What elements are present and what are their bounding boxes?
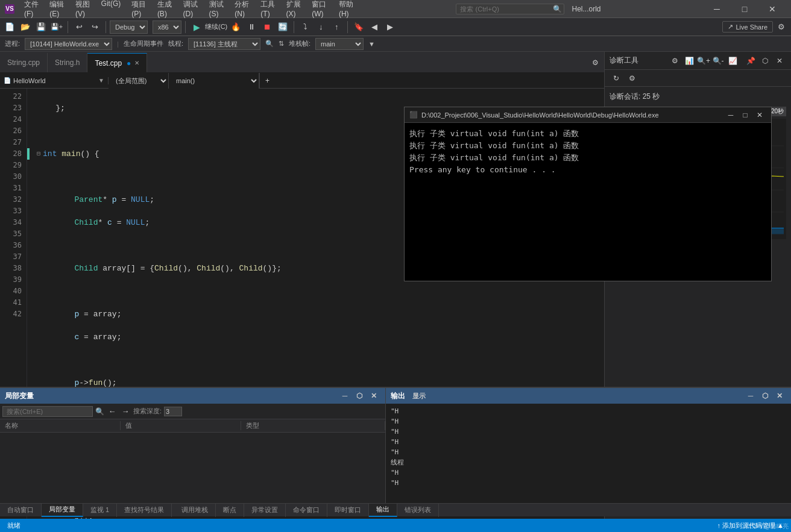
bookmark-button[interactable]: 🔖 <box>351 20 366 34</box>
console-close-button[interactable]: ✕ <box>753 108 766 122</box>
menu-debug[interactable]: 调试(D) <box>178 0 203 19</box>
menu-test[interactable]: 测试(S) <box>204 0 229 19</box>
output-header: 输出 显示 ─ ⬡ ✕ <box>386 388 791 404</box>
console-max-button[interactable]: □ <box>739 108 752 122</box>
menu-file[interactable]: 文件(F) <box>19 0 43 19</box>
output-pin-button[interactable]: ─ <box>744 389 757 402</box>
diag-chart2-button[interactable]: 📈 <box>726 54 739 67</box>
step-out-button[interactable]: ↑ <box>329 20 344 34</box>
break-all-button[interactable]: ⏸ <box>244 20 259 34</box>
menu-window[interactable]: 窗口(W) <box>307 0 333 19</box>
open-file-button[interactable]: 📂 <box>18 20 33 34</box>
menu-git[interactable]: Git(G) <box>96 0 126 19</box>
platform-dropdown[interactable]: x86 <box>153 20 181 34</box>
diag-settings-button[interactable]: ⚙ <box>668 54 681 67</box>
locals-pin-button[interactable]: ─ <box>338 389 351 402</box>
diag-refresh-button[interactable]: ↻ <box>610 72 623 85</box>
debug-config-dropdown[interactable]: Debug <box>110 20 148 34</box>
th-name: 名称 <box>0 421 121 430</box>
diag-settings2-button[interactable]: ⚙ <box>625 72 638 85</box>
depth-input[interactable] <box>164 407 182 416</box>
step-into-button[interactable]: ↓ <box>314 20 328 34</box>
minimize-button[interactable]: ─ <box>703 0 731 18</box>
restore-button[interactable]: □ <box>731 0 758 18</box>
btab-locals[interactable]: 局部变量 <box>42 504 83 517</box>
lifecycle-link[interactable]: 生命周期事件 <box>124 39 163 48</box>
stack-label: 堆栈帧: <box>289 39 310 48</box>
stack-down-btn[interactable]: ▼ <box>368 40 375 48</box>
console-path: D:\002_Project\006_Visual_Studio\HelloWo… <box>421 111 659 119</box>
scope-dropdown[interactable]: (全局范围) <box>109 73 169 89</box>
diag-chart-button[interactable]: 📊 <box>682 54 696 67</box>
locals-search-input[interactable] <box>2 406 93 417</box>
menu-build[interactable]: 生成(B) <box>153 0 177 19</box>
output-close-button[interactable]: ✕ <box>773 389 786 402</box>
panel-window-controls: 📌 ⬡ ✕ <box>744 54 786 67</box>
search-input[interactable] <box>456 4 564 14</box>
locals-close-button[interactable]: ✕ <box>367 389 380 402</box>
console-min-button[interactable]: ─ <box>724 108 737 122</box>
hot-reload-button[interactable]: 🔥 <box>228 20 243 34</box>
tab-string-cpp[interactable]: String.cpp <box>0 53 48 72</box>
btab-find[interactable]: 查找符号结果 <box>117 504 172 517</box>
stop-button[interactable]: ⏹ <box>260 20 274 34</box>
new-file-button[interactable]: 📄 <box>2 20 17 34</box>
menu-help[interactable]: 帮助(H) <box>334 0 359 19</box>
output-float-button[interactable]: ⬡ <box>758 389 772 402</box>
tab-string-h[interactable]: String.h <box>48 53 87 72</box>
btab-auto[interactable]: 自动窗口 <box>0 504 42 517</box>
thread-dropdown[interactable]: [11136] 主线程 <box>188 38 260 50</box>
btab-callstack[interactable]: 调用堆栈 <box>174 504 216 517</box>
btab-immediate[interactable]: 即时窗口 <box>327 504 369 517</box>
redo-button[interactable]: ↪ <box>87 20 102 34</box>
btab-errors[interactable]: 错误列表 <box>397 504 439 517</box>
sort-btn[interactable]: ⇅ <box>279 40 284 48</box>
float-button[interactable]: ⬡ <box>758 54 772 67</box>
menu-extensions[interactable]: 扩展(X) <box>282 0 306 19</box>
process-dropdown[interactable]: [10144] HelloWorld.exe <box>25 38 112 50</box>
tab-test-cpp[interactable]: Test.cpp ● ✕ <box>87 53 147 72</box>
btab-output[interactable]: 输出 <box>369 504 397 517</box>
btab-exceptions[interactable]: 异常设置 <box>244 504 286 517</box>
back-btn[interactable]: ← <box>107 406 118 417</box>
locals-float-button[interactable]: ⬡ <box>353 389 366 402</box>
function-dropdown[interactable]: main() <box>169 73 259 89</box>
menu-project[interactable]: 项目(P) <box>127 0 151 19</box>
search-thread-btn[interactable]: 🔍 <box>265 40 274 48</box>
undo-button[interactable]: ↩ <box>72 20 86 34</box>
tab-close-button[interactable]: ✕ <box>134 60 139 66</box>
prev-bookmark-button[interactable]: ◀ <box>367 20 382 34</box>
more-tools-button[interactable]: ⚙ <box>774 20 789 34</box>
menu-analyze[interactable]: 分析(N) <box>230 0 254 19</box>
btab-watch[interactable]: 监视 1 <box>83 504 117 517</box>
diag-zoom-out-button[interactable]: 🔍- <box>711 54 725 67</box>
bottom-tabs: 自动窗口 局部变量 监视 1 查找符号结果 调用堆栈 断点 异常设置 命令窗口 … <box>0 503 791 516</box>
save-all-button[interactable]: 💾+ <box>49 20 64 34</box>
close-button[interactable]: ✕ <box>758 0 786 18</box>
pin-button[interactable]: 📌 <box>744 54 757 67</box>
diag-toolbar: ↻ ⚙ <box>605 70 791 87</box>
save-button[interactable]: 💾 <box>34 20 48 34</box>
forward-btn[interactable]: → <box>120 406 131 417</box>
main-container: String.cpp String.h Test.cpp ● ✕ ⚙ 📄 Hel… <box>0 52 791 532</box>
tab-settings-button[interactable]: ⚙ <box>586 53 604 72</box>
step-over-button[interactable]: ⤵ <box>298 20 312 34</box>
status-ready[interactable]: 就绪 <box>5 521 23 530</box>
console-controls: ─ □ ✕ <box>724 108 766 122</box>
btab-command[interactable]: 命令窗口 <box>286 504 327 517</box>
console-line-4: Press any key to continue . . . <box>409 164 766 176</box>
btab-breakpoints[interactable]: 断点 <box>216 504 244 517</box>
menu-view[interactable]: 视图(V) <box>71 0 95 19</box>
nav-expand-button[interactable]: + <box>259 73 275 89</box>
continue-button[interactable]: ▶ <box>189 20 204 34</box>
tab-label: Test.cpp <box>95 59 122 67</box>
diag-zoom-in-button[interactable]: 🔍+ <box>697 54 710 67</box>
close-diag-button[interactable]: ✕ <box>773 54 786 67</box>
menu-tools[interactable]: 工具(T) <box>256 0 280 19</box>
menu-edit[interactable]: 编辑(E) <box>45 0 69 19</box>
bottom-tabs-left: 自动窗口 局部变量 监视 1 查找符号结果 <box>0 504 172 517</box>
restart-button[interactable]: 🔄 <box>276 20 290 34</box>
stack-dropdown[interactable]: main <box>315 38 364 50</box>
next-bookmark-button[interactable]: ▶ <box>383 20 397 34</box>
live-share-button[interactable]: ↗ Live Share <box>722 21 773 33</box>
